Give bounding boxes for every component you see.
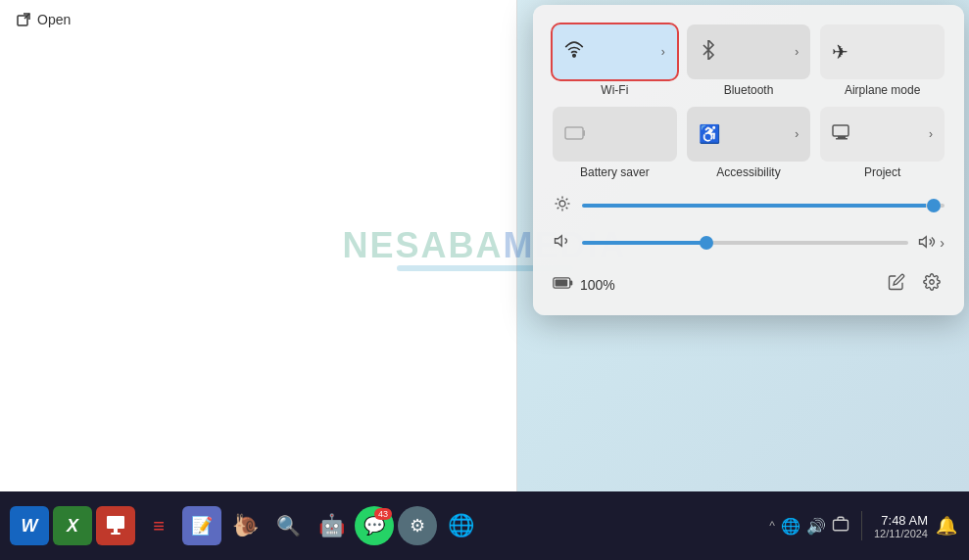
svg-rect-5: [833, 125, 848, 136]
volume-slider[interactable]: [582, 241, 908, 245]
svg-line-13: [557, 199, 559, 201]
battery-info: 100%: [553, 276, 615, 293]
svg-point-22: [930, 280, 935, 285]
taskbar-whatsapp[interactable]: 💬 43: [355, 506, 394, 545]
taskbar-presentation[interactable]: [96, 506, 135, 545]
battery-saver-tile-wrapper: Battery saver: [553, 107, 677, 179]
svg-rect-7: [836, 138, 848, 140]
svg-rect-4: [583, 130, 585, 136]
taskbar-apps: W X ≡ 📝 🐌 🔍 🤖 💬 43 ⚙ 🌐: [0, 506, 769, 545]
taskbar-settings[interactable]: ⚙: [398, 506, 437, 545]
airplane-icon: ✈: [832, 40, 848, 64]
volume-row: ›: [553, 232, 945, 254]
svg-rect-25: [111, 533, 121, 535]
tray-volume-icon[interactable]: 🔊: [806, 517, 826, 536]
svg-rect-24: [114, 529, 118, 533]
qs-footer: 100%: [553, 269, 945, 300]
brightness-thumb[interactable]: [927, 199, 941, 212]
brightness-slider[interactable]: [582, 204, 945, 208]
taskbar-browser[interactable]: 🌐: [441, 506, 480, 545]
accessibility-chevron[interactable]: ›: [795, 127, 799, 141]
svg-rect-3: [565, 127, 583, 139]
airplane-tile-inner: ✈: [832, 40, 933, 64]
taskbar-right: ^ 🌐 🔊 7:48 AM 12/11/2024 🔔: [769, 511, 969, 540]
battery-saver-icon: [564, 124, 586, 145]
svg-rect-23: [107, 516, 124, 529]
open-link[interactable]: Open: [0, 0, 516, 39]
footer-actions: [884, 269, 945, 300]
volume-extra-icon: [918, 233, 936, 254]
volume-thumb[interactable]: [700, 236, 713, 250]
project-tile-inner: [832, 124, 929, 145]
taskbar-wps[interactable]: ≡: [139, 506, 178, 545]
open-label: Open: [37, 12, 71, 27]
tray-expand-chevron[interactable]: ^: [769, 519, 775, 533]
volume-chevron[interactable]: ›: [940, 235, 945, 251]
clock-time: 7:48 AM: [874, 513, 928, 528]
svg-point-8: [559, 201, 565, 207]
clock-date: 12/11/2024: [874, 528, 928, 539]
taskbar-android[interactable]: 🤖: [312, 506, 351, 545]
svg-point-2: [573, 54, 576, 57]
tray-icons: ^ 🌐 🔊: [769, 515, 849, 537]
bluetooth-icon: [699, 40, 718, 65]
battery-saver-tile[interactable]: [553, 107, 677, 162]
accessibility-icon: ♿: [699, 123, 720, 145]
taskbar-excel[interactable]: X: [53, 506, 92, 545]
tray-network-icon[interactable]: 🌐: [781, 517, 800, 536]
taskbar-snail[interactable]: 🐌: [225, 506, 265, 545]
sliders-section: ›: [553, 195, 945, 254]
airplane-tile-wrapper: ✈ Airplane mode: [820, 24, 945, 97]
wifi-tile-inner: [564, 40, 661, 65]
bluetooth-chevron[interactable]: ›: [795, 45, 799, 59]
accessibility-label: Accessibility: [687, 165, 811, 179]
wifi-icon: [564, 40, 584, 65]
svg-rect-20: [556, 280, 568, 287]
edit-button[interactable]: [884, 269, 909, 300]
left-panel: Open: [0, 0, 517, 491]
accessibility-tile-wrapper: ♿ › Accessibility: [687, 107, 811, 179]
battery-icon: [553, 276, 574, 293]
project-tile-wrapper: › Project: [820, 107, 945, 179]
notification-bell-icon[interactable]: 🔔: [936, 515, 957, 537]
desktop: Open NESABAMEDIA: [0, 0, 969, 491]
bluetooth-tile-wrapper: › Bluetooth: [687, 24, 811, 97]
settings-button[interactable]: [919, 269, 945, 300]
wifi-chevron[interactable]: ›: [661, 45, 665, 59]
brightness-row: [553, 195, 945, 216]
clock[interactable]: 7:48 AM 12/11/2024: [874, 513, 928, 539]
svg-line-15: [557, 208, 559, 210]
svg-marker-18: [920, 236, 927, 247]
brightness-icon: [553, 195, 572, 216]
quick-settings-panel: › Wi-Fi › Bluetooth: [533, 5, 964, 315]
accessibility-tile-inner: ♿: [699, 123, 796, 145]
project-tile[interactable]: ›: [820, 107, 945, 162]
wifi-tile[interactable]: ›: [553, 24, 677, 79]
wifi-tile-wrapper: › Wi-Fi: [553, 24, 677, 97]
svg-rect-26: [833, 520, 848, 531]
svg-marker-17: [556, 236, 562, 247]
taskbar-divider: [861, 511, 862, 540]
wifi-label: Wi-Fi: [553, 83, 677, 97]
tray-files-icon[interactable]: [832, 515, 849, 537]
bluetooth-label: Bluetooth: [687, 83, 811, 97]
airplane-label: Airplane mode: [820, 83, 945, 97]
bluetooth-tile-inner: [699, 40, 796, 65]
battery-saver-tile-inner: [564, 124, 665, 145]
bluetooth-tile[interactable]: ›: [687, 24, 811, 79]
svg-rect-6: [838, 136, 846, 138]
volume-icon: [553, 232, 572, 254]
accessibility-tile[interactable]: ♿ ›: [687, 107, 811, 162]
whatsapp-badge: 43: [374, 508, 392, 520]
project-label: Project: [820, 165, 945, 179]
svg-line-14: [566, 208, 568, 210]
taskbar-search[interactable]: 🔍: [268, 506, 308, 545]
taskbar-notes[interactable]: 📝: [182, 506, 221, 545]
project-chevron[interactable]: ›: [929, 127, 933, 141]
project-icon: [832, 124, 851, 145]
taskbar-word[interactable]: W: [10, 506, 49, 545]
svg-rect-21: [570, 280, 573, 285]
airplane-tile[interactable]: ✈: [820, 24, 945, 79]
open-external-icon: [16, 12, 31, 27]
volume-controls-right: ›: [918, 233, 945, 254]
